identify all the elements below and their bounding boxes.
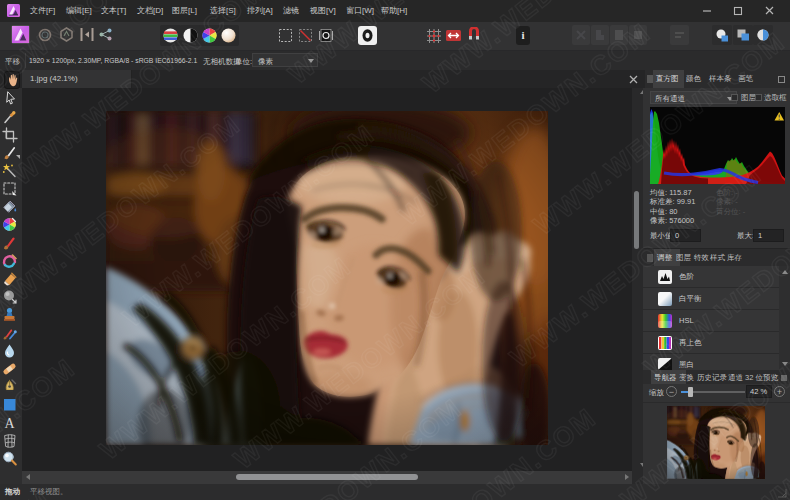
svg-text:A: A — [4, 416, 15, 431]
